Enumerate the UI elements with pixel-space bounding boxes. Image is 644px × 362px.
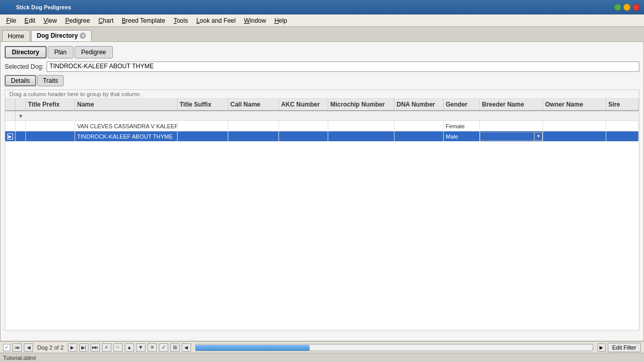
menu-tools[interactable]: Tools: [169, 16, 192, 25]
filter-checkbox[interactable]: [3, 344, 10, 351]
sub-tab-pedigree[interactable]: Pedigree: [75, 46, 113, 58]
th-filter: [16, 99, 26, 110]
bottom-bar: Tutorial.ddml: [0, 353, 644, 362]
app-title: Stick Dog Pedigrees: [16, 4, 71, 10]
menu-window[interactable]: Window: [240, 16, 270, 25]
row2-gender: Male: [444, 131, 480, 141]
sub-tabs: Directory Plan Pedigree: [5, 46, 639, 58]
nav-last-page-button[interactable]: ▶|: [79, 343, 89, 352]
menu-bar: File Edit View Pedigree Chart Breed Temp…: [0, 14, 644, 27]
nav-last-button[interactable]: ▶▶|: [91, 343, 100, 352]
row1-title-prefix: [26, 121, 75, 131]
down-button[interactable]: ▼: [136, 343, 145, 352]
th-title-suffix[interactable]: Title Suffix: [178, 99, 228, 110]
menu-edit[interactable]: Edit: [20, 16, 39, 25]
table-container: Drag a column header here to group by th…: [5, 89, 639, 330]
scrollbar-left-arrow[interactable]: ◀: [182, 343, 191, 352]
add-button[interactable]: +: [102, 343, 111, 352]
row2-dna: [394, 131, 444, 141]
th-sire[interactable]: Sire: [606, 99, 639, 110]
th-expand: [5, 99, 16, 110]
row2-expand[interactable]: ▶: [5, 131, 16, 141]
row1-expand[interactable]: [5, 121, 16, 131]
tab-dog-directory[interactable]: Dog Directory ✕: [31, 30, 92, 41]
status-bar: ⏮ ◀ Dog 2 of 2 ▶ ▶| ▶▶| + − ▲ ▼ ✕ ✓ ⊞ ◀ …: [0, 341, 644, 353]
sub-tab-directory[interactable]: Directory: [5, 46, 47, 58]
scrollbar-container[interactable]: [195, 344, 593, 351]
table-row-selected[interactable]: ▶ TINDROCK-KALEEF ABOUT THYME Male ▼: [5, 131, 639, 142]
remove-button[interactable]: −: [113, 343, 123, 352]
menu-breed-template[interactable]: Breed Template: [118, 16, 169, 25]
drag-hint: Drag a column header here to group by th…: [5, 90, 639, 99]
selected-dog-row: Selected Dog: TINDROCK-KALEEF ABOUT THYM…: [5, 62, 639, 72]
detail-tab-details[interactable]: Details: [5, 75, 36, 86]
scrollbar-right-arrow[interactable]: ▶: [597, 343, 606, 352]
row2-microchip: [328, 131, 394, 141]
cancel-button[interactable]: ✕: [148, 343, 157, 352]
tab-dog-directory-label: Dog Directory: [37, 32, 78, 39]
nav-prev-button[interactable]: ◀: [24, 343, 33, 352]
table-header: Title Prefix Name Title Suffix Call Name…: [5, 99, 639, 111]
th-breeder-name[interactable]: Breeder Name: [480, 99, 543, 110]
th-name[interactable]: Name: [75, 99, 178, 110]
row2-akc: [279, 131, 328, 141]
row1-akc: [279, 121, 328, 131]
th-akc-number[interactable]: AKC Number: [279, 99, 328, 110]
row2-filter-cell: [16, 131, 26, 141]
grid-button[interactable]: ⊞: [170, 343, 180, 352]
row2-title-suffix: [178, 131, 228, 141]
tab-close-icon[interactable]: ✕: [80, 33, 86, 39]
row1-filter-cell: [16, 121, 26, 131]
menu-chart[interactable]: Chart: [94, 16, 118, 25]
selected-dog-value: TINDROCK-KALEEF ABOUT THYME: [47, 62, 639, 72]
filter-expand-cell: [5, 111, 16, 120]
dog-count: Dog 2 of 2: [35, 344, 66, 351]
menu-view[interactable]: View: [39, 16, 61, 25]
menu-look-and-feel[interactable]: Look and Feel: [192, 16, 240, 25]
row1-breeder: [480, 121, 543, 131]
menu-pedigree[interactable]: Pedigree: [61, 16, 94, 25]
row2-breeder[interactable]: ▼: [480, 131, 543, 141]
edit-filter-button[interactable]: Edit Filter: [608, 343, 641, 352]
scrollbar-thumb[interactable]: [196, 345, 310, 351]
close-button[interactable]: [633, 4, 640, 11]
dropdown-icon[interactable]: ▼: [534, 132, 543, 141]
row1-dna: [394, 121, 444, 131]
sub-tab-plan[interactable]: Plan: [48, 46, 74, 58]
row2-sire: [606, 131, 639, 141]
table-body: VAN CLEVES CASSANDRA V KALEEF Female ▶ T…: [5, 121, 639, 330]
minimize-button[interactable]: [614, 4, 621, 11]
table-row[interactable]: VAN CLEVES CASSANDRA V KALEEF Female: [5, 121, 639, 131]
row1-title-suffix: [178, 121, 228, 131]
confirm-button[interactable]: ✓: [159, 343, 168, 352]
row1-gender: Female: [444, 121, 480, 131]
th-microchip-number[interactable]: Microchip Number: [328, 99, 394, 110]
filter-row: ▼: [5, 111, 639, 121]
tab-home[interactable]: Home: [2, 30, 30, 41]
th-dna-number[interactable]: DNA Number: [394, 99, 444, 110]
menu-help[interactable]: Help: [270, 16, 291, 25]
detail-tab-traits[interactable]: Traits: [37, 75, 64, 86]
row1-call-name: [228, 121, 279, 131]
nav-first-button[interactable]: ⏮: [12, 343, 22, 352]
menu-file[interactable]: File: [2, 16, 20, 25]
row2-name: TINDROCK-KALEEF ABOUT THYME: [75, 131, 178, 141]
th-title-prefix[interactable]: Title Prefix: [26, 99, 75, 110]
title-bar: 🐾 Stick Dog Pedigrees: [0, 0, 644, 14]
maximize-button[interactable]: [623, 4, 631, 11]
filter-icon[interactable]: ▼: [16, 111, 26, 120]
tab-bar: Home Dog Directory ✕: [0, 27, 644, 41]
th-owner-name[interactable]: Owner Name: [543, 99, 606, 110]
up-button[interactable]: ▲: [125, 343, 134, 352]
row2-call-name: [228, 131, 279, 141]
expand-icon[interactable]: ▶: [7, 133, 13, 140]
selected-dog-label: Selected Dog:: [5, 63, 43, 70]
main-content: Directory Plan Pedigree Selected Dog: TI…: [0, 41, 644, 341]
row2-owner: [543, 131, 606, 141]
nav-next-button[interactable]: ▶: [68, 343, 77, 352]
th-call-name[interactable]: Call Name: [228, 99, 279, 110]
filename-label: Tutorial.ddml: [3, 355, 36, 361]
row1-owner: [543, 121, 606, 131]
th-gender[interactable]: Gender: [444, 99, 480, 110]
tab-home-label: Home: [8, 33, 24, 40]
